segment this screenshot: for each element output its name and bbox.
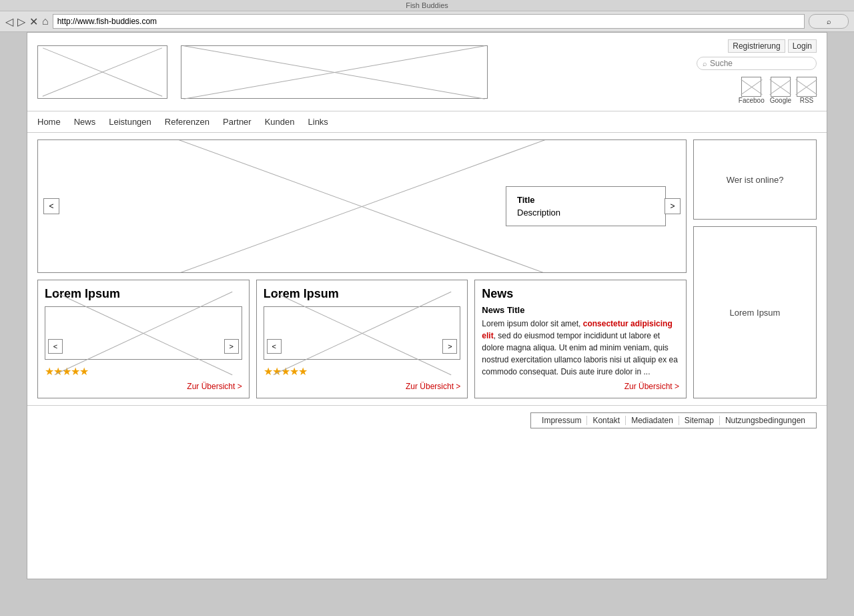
browser-title: Fish Buddies <box>406 1 448 9</box>
sidebar: Wer ist online? Lorem Ipsum <box>693 139 817 398</box>
rss-icon <box>797 77 817 97</box>
address-bar[interactable] <box>53 14 805 29</box>
card-1-image: < > <box>45 306 242 360</box>
news-card-title: News <box>482 287 679 301</box>
footer-impressum[interactable]: Impressum <box>536 416 587 425</box>
browser-nav-bar: ◁ ▷ ✕ ⌂ ⌕ <box>0 11 854 32</box>
slideshow-caption-title: Title <box>517 195 655 205</box>
card-1-zur-ubersicht[interactable]: Zur Übersicht > <box>45 378 242 391</box>
logo-image <box>37 45 167 99</box>
rss-label: RSS <box>800 97 814 104</box>
google-label: Google <box>770 97 791 104</box>
card-2: Lorem Ipsum < > ★★★★★ Zur Übersicht > <box>256 280 468 398</box>
nav-news[interactable]: News <box>74 117 96 127</box>
browser-title-bar: Fish Buddies <box>0 0 854 11</box>
search-box: ⌕ <box>697 57 817 70</box>
rss-icon-wrap[interactable]: RSS <box>797 77 817 104</box>
social-icons: Faceboo Google RSS <box>739 77 817 104</box>
footer-kontakt[interactable]: Kontakt <box>587 416 626 425</box>
facebook-icon <box>741 77 761 97</box>
sidebar-lorem-box: Lorem Ipsum <box>693 226 817 398</box>
nav-leistungen[interactable]: Leistungen <box>109 117 151 127</box>
site-header: Registrierung Login ⌕ Faceboo Google RS <box>27 33 827 111</box>
sidebar-online-label: Wer ist online? <box>727 175 784 185</box>
main-content: < Title Description > Lorem Ipsum < > <box>37 139 687 398</box>
nav-referenzen[interactable]: Referenzen <box>165 117 209 127</box>
google-icon-wrap[interactable]: Google <box>770 77 791 104</box>
card-row: Lorem Ipsum < > ★★★★★ Zur Übersicht > Lo… <box>37 280 687 398</box>
news-card: News News Title Lorem ipsum dolor sit am… <box>474 280 687 398</box>
news-body-plain: Lorem ipsum dolor sit amet, <box>482 319 582 328</box>
back-button[interactable]: ◁ <box>5 15 13 28</box>
card-1-prev-button[interactable]: < <box>48 339 63 354</box>
forward-button[interactable]: ▷ <box>17 15 25 28</box>
nav-kunden[interactable]: Kunden <box>265 117 295 127</box>
card-1-title: Lorem Ipsum <box>45 287 242 301</box>
site-nav: Home News Leistungen Referenzen Partner … <box>27 111 827 133</box>
footer-nutzungsbedingungen[interactable]: Nutzungsbedingungen <box>720 416 811 425</box>
nav-home[interactable]: Home <box>37 117 61 127</box>
home-button[interactable]: ⌂ <box>42 15 49 27</box>
slideshow-caption: Title Description <box>506 186 666 226</box>
sidebar-lorem-label: Lorem Ipsum <box>730 308 781 318</box>
card-1-controls: < > <box>48 336 239 356</box>
card-1: Lorem Ipsum < > ★★★★★ Zur Übersicht > <box>37 280 250 398</box>
nav-partner[interactable]: Partner <box>223 117 252 127</box>
slideshow-next-button[interactable]: > <box>665 198 681 214</box>
card-2-image: < > <box>264 306 461 360</box>
card-2-zur-ubersicht[interactable]: Zur Übersicht > <box>264 378 461 391</box>
card-2-stars: ★★★★★ <box>264 365 461 378</box>
website-wrapper: Registrierung Login ⌕ Faceboo Google RS <box>27 32 827 579</box>
news-body: Lorem ipsum dolor sit amet, consectetur … <box>482 318 679 378</box>
slideshow-caption-desc: Description <box>517 208 655 218</box>
banner-image <box>181 45 488 99</box>
search-icon: ⌕ <box>703 59 707 67</box>
facebook-label: Faceboo <box>739 97 765 104</box>
browser-search-button[interactable]: ⌕ <box>809 14 849 29</box>
card-2-prev-button[interactable]: < <box>267 339 282 354</box>
footer-links: Impressum Kontakt Mediadaten Sitemap Nut… <box>530 412 817 428</box>
auth-links: Registrierung Login <box>728 39 817 53</box>
slideshow-prev-button[interactable]: < <box>43 198 59 214</box>
search-input[interactable] <box>710 59 803 68</box>
sidebar-online-box: Wer ist online? <box>693 139 817 220</box>
card-1-next-button[interactable]: > <box>224 339 239 354</box>
google-icon <box>771 77 791 97</box>
card-1-stars: ★★★★★ <box>45 365 242 378</box>
news-item-title: News Title <box>482 305 679 315</box>
card-2-controls: < > <box>267 336 458 356</box>
footer-sitemap[interactable]: Sitemap <box>679 416 720 425</box>
header-auth-area: Registrierung Login ⌕ Faceboo Google RS <box>697 39 817 104</box>
site-footer: Impressum Kontakt Mediadaten Sitemap Nut… <box>27 405 827 435</box>
card-2-next-button[interactable]: > <box>442 339 457 354</box>
news-body-rest: , sed do eiusmod tempor incididunt ut la… <box>482 331 678 376</box>
login-button[interactable]: Login <box>788 39 817 53</box>
card-2-title: Lorem Ipsum <box>264 287 461 301</box>
news-zur-ubersicht[interactable]: Zur Übersicht > <box>482 378 679 391</box>
facebook-icon-wrap[interactable]: Faceboo <box>739 77 765 104</box>
slideshow: < Title Description > <box>37 139 687 273</box>
nav-links[interactable]: Links <box>308 117 328 127</box>
footer-mediadaten[interactable]: Mediadaten <box>626 416 679 425</box>
site-main: < Title Description > Lorem Ipsum < > <box>27 133 827 405</box>
register-button[interactable]: Registrierung <box>728 39 785 53</box>
stop-button[interactable]: ✕ <box>29 15 38 28</box>
